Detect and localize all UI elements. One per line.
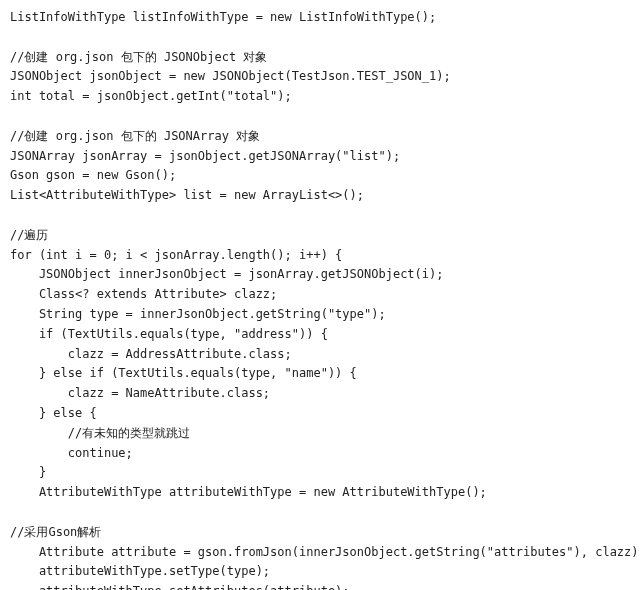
code-content: ListInfoWithType listInfoWithType = new … bbox=[10, 10, 640, 590]
code-block: ListInfoWithType listInfoWithType = new … bbox=[0, 0, 640, 590]
